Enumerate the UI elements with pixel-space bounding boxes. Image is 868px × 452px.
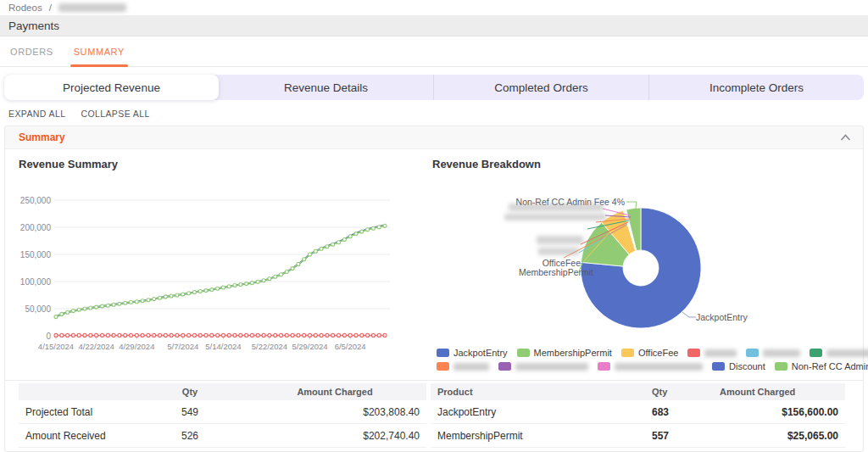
redacted-pie-label [538, 248, 579, 255]
table-cell: Amount Received [19, 424, 136, 448]
redacted-legend-label [704, 349, 737, 357]
main-tabs: ORDERS SUMMARY [0, 36, 868, 67]
redacted-legend-label [763, 349, 800, 357]
legend-label: MembershipPermit [534, 348, 612, 358]
legend-swatch [621, 349, 634, 357]
table-cell: OfficeFee [431, 448, 645, 452]
breadcrumb: Rodeos / [0, 0, 868, 15]
revenue-breakdown-donut-chart: Non-Ref CC Admin Fee 4% OfficeFee Member… [437, 176, 856, 346]
table-cell: $203,808.40 [243, 400, 426, 424]
pie-chart-title: Revenue Breakdown [432, 158, 541, 170]
legend-item[interactable]: MembershipPermit [517, 348, 612, 358]
legend-item[interactable] [810, 349, 868, 357]
legend-swatch [746, 349, 759, 357]
svg-text:4/15/2024: 4/15/2024 [38, 342, 74, 351]
column-header: Amount Charged [243, 383, 426, 400]
redacted-legend-label [615, 363, 703, 371]
svg-text:5/14/2024: 5/14/2024 [205, 342, 241, 351]
subtab-incomplete-orders[interactable]: Incomplete Orders [648, 75, 864, 100]
svg-text:0: 0 [46, 332, 51, 341]
subtab-revenue-details[interactable]: Revenue Details [219, 75, 433, 100]
legend-label: Discount [729, 361, 765, 371]
legend-swatch [437, 349, 449, 357]
svg-text:50,000: 50,000 [25, 304, 51, 314]
table-cell: $13,825.00 [713, 448, 845, 452]
breadcrumb-separator: / [49, 3, 52, 13]
table-cell: 553 [645, 448, 713, 452]
svg-text:150,000: 150,000 [20, 250, 52, 259]
summary-table-header: QtyAmount Charged [19, 383, 426, 400]
table-cell: Projected Total [19, 400, 136, 424]
table-row: Projected Total549$203,808.40 [19, 400, 426, 424]
svg-text:250,000: 250,000 [20, 196, 52, 205]
legend-item[interactable]: Discount [712, 361, 765, 371]
table-cell: Amount Outstanding [19, 448, 136, 452]
redacted-pie-label [509, 204, 604, 211]
table-cell: JackpotEntry [431, 400, 645, 424]
table-cell: $1,068.00 [243, 448, 426, 452]
pie-label-membershippermit: MembershipPermit [519, 267, 593, 277]
legend-item[interactable] [598, 362, 703, 371]
table-row: Amount Outstanding23$1,068.00 [19, 448, 426, 452]
page-title-bar: Payments [0, 15, 868, 36]
legend-item[interactable]: OfficeFee [621, 348, 679, 358]
svg-text:5/7/2024: 5/7/2024 [167, 342, 198, 351]
table-cell: 683 [645, 400, 713, 424]
section-title: Summary [19, 131, 65, 143]
chevron-up-icon[interactable] [840, 134, 851, 141]
report-subtabs: Projected Revenue Revenue Details Comple… [4, 75, 864, 100]
legend-swatch [775, 362, 787, 371]
expand-all-button[interactable]: EXPAND ALL [8, 109, 65, 119]
product-breakdown-table: ProductQtyAmount Charged JackpotEntry683… [431, 383, 845, 452]
svg-text:5/29/2024: 5/29/2024 [292, 342, 327, 351]
legend-swatch [598, 362, 610, 371]
legend-swatch [687, 349, 700, 357]
svg-text:200,000: 200,000 [20, 223, 52, 232]
revenue-summary-line-chart: 250,000200,000150,000100,00050,00004/15/… [12, 193, 419, 363]
divider [4, 380, 864, 381]
product-table-header: ProductQtyAmount Charged [431, 383, 845, 400]
breadcrumb-link-rodeos[interactable]: Rodeos [8, 3, 42, 13]
donut-legend: JackpotEntryMembershipPermitOfficeFeeDis… [437, 346, 859, 373]
tab-orders[interactable]: ORDERS [10, 36, 53, 66]
legend-item[interactable] [437, 362, 489, 371]
subtab-completed-orders[interactable]: Completed Orders [433, 75, 648, 100]
table-row: MembershipPermit557$25,065.00 [431, 424, 845, 448]
line-chart-title: Revenue Summary [19, 158, 118, 170]
column-header: Amount Charged [713, 383, 845, 400]
expand-collapse-toolbar: EXPAND ALL COLLAPSE ALL [8, 109, 150, 119]
summary-section-header[interactable]: Summary [5, 126, 863, 149]
table-cell: 23 [136, 448, 243, 452]
redacted-legend-label [515, 363, 588, 371]
legend-item[interactable] [498, 362, 588, 371]
table-row: JackpotEntry683$156,600.00 [431, 400, 845, 424]
table-row: OfficeFee553$13,825.00 [431, 448, 845, 452]
table-cell: $202,740.40 [243, 424, 426, 448]
table-cell: $25,065.00 [713, 424, 845, 448]
breadcrumb-redacted-name [58, 3, 126, 12]
table-row: Amount Received526$202,740.40 [19, 424, 426, 448]
svg-text:4/29/2024: 4/29/2024 [119, 342, 154, 351]
redacted-pie-label [504, 214, 606, 220]
column-header [19, 383, 136, 400]
page-title: Payments [8, 20, 59, 32]
legend-label: JackpotEntry [453, 348, 508, 358]
donut-svg [437, 176, 856, 346]
legend-item[interactable]: JackpotEntry [437, 348, 508, 358]
svg-text:6/5/2024: 6/5/2024 [335, 342, 366, 351]
table-cell: 526 [136, 424, 243, 448]
subtab-projected-revenue[interactable]: Projected Revenue [4, 75, 219, 100]
svg-text:100,000: 100,000 [20, 277, 52, 287]
collapse-all-button[interactable]: COLLAPSE ALL [81, 109, 149, 119]
legend-item[interactable] [746, 349, 800, 357]
legend-item[interactable]: Non-Ref CC Admin Fee 4% [775, 361, 868, 371]
tab-summary[interactable]: SUMMARY [74, 36, 125, 66]
column-header: Qty [645, 383, 713, 400]
column-header: Qty [136, 383, 243, 400]
revenue-summary-table: QtyAmount Charged Projected Total549$203… [19, 383, 426, 452]
redacted-legend-label [453, 363, 489, 371]
legend-label: OfficeFee [638, 348, 679, 358]
svg-text:5/22/2024: 5/22/2024 [252, 342, 287, 351]
legend-item[interactable] [687, 349, 737, 357]
page: Rodeos / Payments ORDERS SUMMARY Project… [0, 0, 868, 452]
